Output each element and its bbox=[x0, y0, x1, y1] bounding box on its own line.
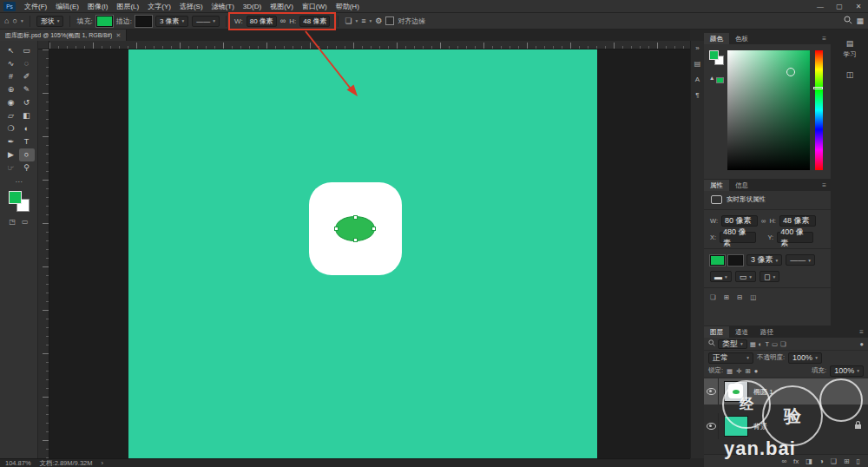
menu-type[interactable]: 文字(Y) bbox=[143, 2, 175, 11]
quick-mask-icon[interactable]: ◳ bbox=[9, 218, 16, 226]
lock-position-icon[interactable]: ✛ bbox=[736, 367, 741, 375]
layer-row-ellipse[interactable]: 椭圆 1 bbox=[704, 378, 868, 405]
path-operations-icon[interactable]: ❏ bbox=[345, 16, 352, 25]
layer-filter-select[interactable]: 类型 ▾ bbox=[718, 339, 747, 349]
libraries-panel-icon[interactable]: ◫ bbox=[846, 70, 854, 79]
tab-color[interactable]: 颜色 bbox=[704, 33, 729, 44]
blend-mode-select[interactable]: 正常 ▾ bbox=[708, 352, 753, 364]
menu-select[interactable]: 选择(S) bbox=[175, 2, 207, 11]
anchor-point[interactable] bbox=[372, 227, 376, 231]
tab-channels[interactable]: 通道 bbox=[729, 326, 754, 338]
layer-thumbnail[interactable] bbox=[724, 381, 748, 402]
panel-menu-icon[interactable]: ≡ bbox=[855, 326, 868, 338]
healing-brush-tool[interactable]: ⊕ bbox=[3, 83, 19, 96]
history-brush-tool[interactable]: ↺ bbox=[19, 96, 35, 109]
new-shape-layer-icon[interactable]: ⊞ bbox=[724, 293, 729, 301]
swatches-panel-icon[interactable]: ▤ bbox=[694, 60, 701, 68]
stroke-caps-select[interactable]: ▭ ▾ bbox=[735, 271, 756, 282]
stroke-style-select[interactable]: —— ▾ bbox=[786, 254, 815, 266]
width-input[interactable]: 80 像素 bbox=[721, 215, 758, 227]
hue-slider[interactable] bbox=[815, 50, 823, 170]
path-select-tool[interactable]: ▶ bbox=[3, 148, 19, 161]
minimize-button[interactable]: — bbox=[811, 3, 830, 10]
layer-group-icon[interactable]: ❏ bbox=[831, 457, 837, 465]
filter-pixel-layers-icon[interactable]: ▦ bbox=[750, 340, 756, 348]
pen-tool[interactable]: ✒ bbox=[3, 135, 19, 148]
blur-tool[interactable]: ❍ bbox=[3, 122, 19, 135]
lock-all-icon[interactable]: ● bbox=[754, 367, 759, 375]
menu-file[interactable]: 文件(F) bbox=[20, 2, 51, 11]
lasso-tool[interactable]: ∿ bbox=[3, 57, 19, 70]
menu-edit[interactable]: 编辑(E) bbox=[51, 2, 83, 11]
saturation-brightness-picker[interactable] bbox=[727, 50, 810, 170]
tool-mode-select[interactable]: 形状 ▾ bbox=[36, 16, 64, 27]
document-tab[interactable]: 图库图标.psd @ 105%(椭圆 1, RGB/8#) ✕ bbox=[0, 30, 127, 41]
hand-tool[interactable]: ☞ bbox=[3, 161, 19, 174]
marquee-tool[interactable]: ▭ bbox=[19, 44, 35, 57]
link-dimensions-icon[interactable]: ∞ bbox=[761, 217, 766, 225]
gear-icon[interactable]: ⚙ bbox=[375, 16, 382, 25]
layer-thumbnail[interactable] bbox=[724, 416, 748, 437]
gradient-tool[interactable]: ◧ bbox=[19, 109, 35, 122]
layer-name[interactable]: 椭圆 1 bbox=[753, 387, 773, 397]
character-panel-icon[interactable]: A bbox=[695, 76, 700, 83]
anchor-point[interactable] bbox=[353, 215, 358, 220]
brush-tool[interactable]: ✎ bbox=[19, 83, 35, 96]
height-input[interactable]: 48 像素 bbox=[779, 215, 816, 227]
opacity-select[interactable]: 100% ▾ bbox=[788, 352, 822, 364]
canvas-workspace[interactable] bbox=[38, 41, 690, 458]
adjustment-layer-icon[interactable]: ◑ bbox=[819, 457, 824, 465]
fill-color-swatch[interactable] bbox=[96, 16, 113, 27]
foreground-color-swatch[interactable] bbox=[709, 50, 719, 60]
close-button[interactable]: ✕ bbox=[849, 3, 868, 10]
combine-shapes-icon[interactable]: ❏ bbox=[710, 293, 716, 301]
hue-slider-marker[interactable] bbox=[813, 87, 823, 89]
learn-panel-label[interactable]: 学习 bbox=[844, 50, 857, 59]
learn-panel-icon[interactable]: ▤ bbox=[846, 39, 854, 48]
collapse-panels-icon[interactable]: » bbox=[695, 44, 699, 52]
stroke-width-select[interactable]: 3 像素 ▾ bbox=[746, 254, 782, 266]
rounded-square-shape[interactable] bbox=[309, 182, 402, 275]
panel-menu-icon[interactable]: ≡ bbox=[818, 33, 831, 44]
zoom-tool[interactable]: ⚲ bbox=[19, 161, 35, 174]
new-layer-icon[interactable]: ⊞ bbox=[844, 457, 850, 465]
quick-select-tool[interactable]: ◌ bbox=[19, 57, 35, 70]
current-tool-icon[interactable]: ○ bbox=[12, 16, 16, 25]
document-canvas[interactable] bbox=[128, 49, 597, 458]
menu-3d[interactable]: 3D(D) bbox=[239, 3, 266, 10]
lock-artboard-icon[interactable]: ⊞ bbox=[745, 367, 750, 375]
crop-tool[interactable]: # bbox=[3, 70, 19, 83]
foreground-color-swatch[interactable] bbox=[9, 191, 22, 204]
eyedropper-tool[interactable]: ✐ bbox=[19, 70, 35, 83]
anchor-point[interactable] bbox=[353, 238, 358, 242]
zoom-level-field[interactable]: 104.87% bbox=[5, 459, 31, 467]
search-icon[interactable] bbox=[844, 16, 852, 26]
tab-info[interactable]: 信息 bbox=[729, 180, 754, 191]
ellipse-shape[interactable] bbox=[335, 216, 375, 241]
menu-window[interactable]: 窗口(W) bbox=[298, 2, 332, 11]
intersect-shape-icon[interactable]: ◫ bbox=[750, 293, 756, 301]
filter-type-layers-icon[interactable]: T bbox=[765, 340, 769, 348]
workspace-switcher-icon[interactable]: ▦ bbox=[856, 16, 864, 25]
menu-view[interactable]: 视图(V) bbox=[266, 2, 298, 11]
status-chevron-icon[interactable]: › bbox=[101, 459, 103, 467]
stroke-style-select[interactable]: —— ▾ bbox=[192, 16, 220, 27]
layer-mask-icon[interactable]: ◨ bbox=[806, 457, 812, 465]
filter-shape-layers-icon[interactable]: ▭ bbox=[772, 340, 778, 348]
edit-toolbar-icon[interactable]: ⋯ bbox=[0, 178, 37, 186]
layer-name[interactable]: 背景 bbox=[753, 422, 767, 431]
paragraph-panel-icon[interactable]: ¶ bbox=[695, 91, 699, 99]
layer-style-icon[interactable]: fx bbox=[793, 457, 799, 465]
stroke-align-select[interactable]: ▬ ▾ bbox=[710, 271, 732, 282]
screen-mode-icon[interactable]: ▭ bbox=[22, 218, 29, 226]
layer-row-background[interactable]: 背景 bbox=[704, 413, 868, 439]
eraser-tool[interactable]: ▱ bbox=[3, 109, 19, 122]
shape-tool[interactable]: ○ bbox=[19, 148, 35, 161]
tab-layers[interactable]: 图层 bbox=[704, 326, 729, 338]
fill-opacity-select[interactable]: 100% ▾ bbox=[830, 365, 864, 377]
stroke-color-swatch[interactable] bbox=[135, 16, 152, 27]
align-edges-checkbox[interactable] bbox=[385, 16, 394, 25]
x-input[interactable]: 480 像素 bbox=[720, 232, 756, 243]
panel-menu-icon[interactable]: ≡ bbox=[818, 180, 831, 191]
fill-color-swatch[interactable] bbox=[710, 255, 725, 266]
